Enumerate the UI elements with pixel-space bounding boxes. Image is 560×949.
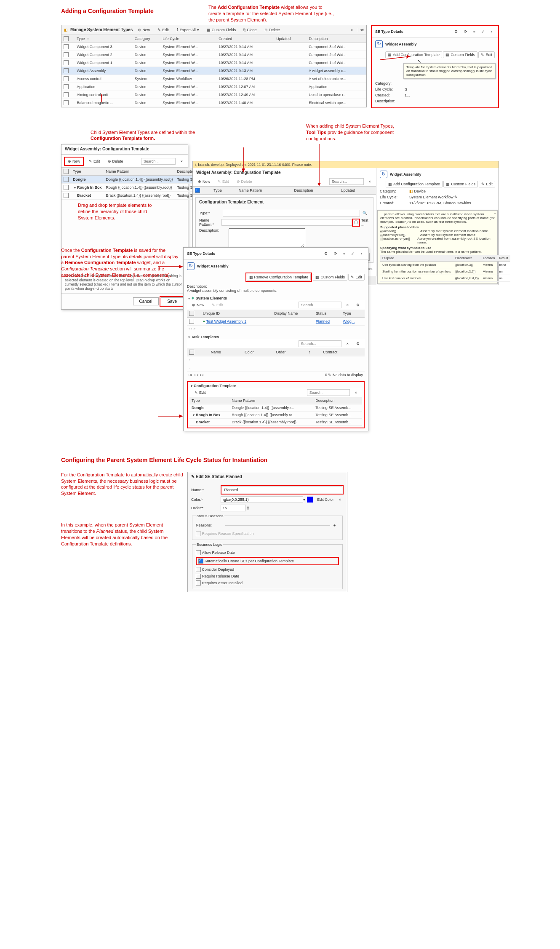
table-row[interactable]: Widget Component 2DeviceSystem Element W… — [61, 51, 366, 59]
auto-create-checkbox[interactable] — [198, 559, 203, 564]
se-icon: ↻ — [375, 40, 383, 48]
type-input[interactable] — [223, 210, 360, 217]
edit-button[interactable]: Edit — [192, 389, 208, 396]
close-icon[interactable]: × — [494, 211, 496, 215]
caption-saved: Once the Configuration Template is saved… — [61, 247, 179, 278]
search-input[interactable] — [141, 158, 176, 165]
table-row[interactable]: Balanced magnetic ...DeviceSystem Elemen… — [61, 99, 366, 107]
custom-fields-button[interactable]: Custom Fields — [204, 27, 239, 33]
add-reason-button[interactable]: ＋ — [330, 521, 339, 529]
search-input[interactable] — [329, 178, 364, 185]
table-row[interactable]: Widget Component 3DeviceSystem Element W… — [61, 43, 366, 51]
description-input[interactable] — [229, 228, 305, 248]
se-type-details-title: SE Type Details — [375, 29, 403, 34]
gear-icon[interactable] — [354, 340, 362, 347]
manage-title: Manage System Element Types — [70, 27, 133, 32]
right-icon[interactable] — [488, 28, 495, 35]
collapse-icon[interactable] — [341, 250, 348, 257]
edit-icon[interactable] — [454, 195, 458, 199]
new-button[interactable]: New — [195, 178, 213, 185]
delete-button[interactable]: Delete — [105, 158, 126, 165]
new-button[interactable]: New — [135, 27, 152, 33]
toggle-icon[interactable] — [187, 296, 191, 300]
toggle-icon[interactable] — [187, 335, 191, 339]
edit-button[interactable]: Edit — [155, 27, 171, 33]
remove-config-template-button[interactable]: Remove Configuration Template — [247, 274, 311, 281]
search-input[interactable] — [299, 302, 341, 308]
edit-button[interactable]: Edit — [478, 51, 495, 58]
table-row[interactable]: Widget Component 1DeviceSystem Element W… — [61, 59, 366, 67]
edit-status-title: Edit SE Status Planned — [196, 474, 242, 479]
table-row[interactable]: Access controlSystemSystem Workflow10/26… — [61, 75, 366, 83]
cancel-button[interactable]: Cancel — [133, 297, 159, 305]
edit-button[interactable]: Edit — [215, 178, 232, 185]
checkbox[interactable] — [196, 574, 201, 579]
checkbox[interactable] — [196, 567, 201, 572]
search-input[interactable] — [307, 389, 350, 396]
clear-icon[interactable]: × — [344, 302, 351, 308]
stepper-down[interactable]: ▼ — [247, 508, 249, 511]
search-input[interactable] — [299, 340, 341, 347]
clear-icon[interactable]: × — [336, 496, 344, 503]
caption-lc2: In this example, when the parent System … — [61, 522, 183, 547]
toggle-icon[interactable] — [189, 384, 194, 388]
checkbox[interactable] — [196, 580, 201, 585]
clear-icon[interactable]: × — [178, 158, 185, 165]
table-row[interactable]: DongleDongle {{location.1.4}} {{assembly… — [189, 404, 362, 411]
svg-marker-7 — [101, 94, 102, 97]
new-button[interactable]: New — [189, 302, 207, 308]
caption-tooltips: When adding child System Element Types, … — [306, 123, 399, 142]
add-config-template-button[interactable]: Add Configuration Template — [386, 181, 443, 187]
custom-fields-button[interactable]: Custom Fields — [313, 274, 347, 281]
save-button[interactable]: Save — [161, 297, 183, 305]
table-row[interactable]: Rough In BoxRough {{location.1.4}} {{ass… — [189, 411, 362, 418]
table-row[interactable]: Widget AssemblyDeviceSystem Element W...… — [61, 67, 366, 75]
gear-icon[interactable] — [322, 250, 330, 257]
delete-button[interactable]: Delete — [262, 27, 283, 33]
clear-icon[interactable]: × — [352, 389, 360, 396]
right-icon[interactable] — [358, 250, 365, 257]
edit-color-button[interactable]: Edit Color — [315, 496, 336, 503]
expand-icon[interactable] — [479, 28, 487, 35]
gear-icon[interactable] — [452, 28, 460, 35]
pager[interactable]: ⏮ ◀ ▶ ⏭ — [189, 373, 204, 377]
manage-table: Type ↑CategoryLife CycleCreatedUpdatedDe… — [61, 35, 366, 107]
name-pattern-input[interactable] — [221, 219, 352, 226]
table-row[interactable]: BracketBrack {{location.1.4}} {{assembly… — [189, 418, 362, 425]
custom-fields-button[interactable]: Custom Fields — [443, 181, 478, 187]
table-row[interactable]: ● Test Widget Assembly 1PlannedWidg... — [187, 317, 365, 325]
info-icon[interactable] — [354, 220, 358, 225]
collapse-icon[interactable]: ≪ — [358, 28, 364, 32]
refresh-icon[interactable] — [331, 250, 340, 257]
refresh-icon[interactable] — [461, 28, 470, 35]
status-name-input[interactable] — [222, 487, 342, 493]
add-config-tooltip: Template for system elements hierarchy, … — [403, 63, 496, 79]
more-button[interactable]: » — [348, 27, 355, 33]
edit-button[interactable]: Edit — [479, 181, 495, 187]
edit-button[interactable]: Edit — [86, 158, 103, 165]
table-row[interactable]: Aiming control unitDeviceSystem Element … — [61, 91, 366, 99]
collapse-icon[interactable] — [471, 28, 478, 35]
new-button[interactable]: New — [65, 158, 83, 165]
table-row[interactable]: ApplicationDeviceSystem Element W...10/2… — [61, 83, 366, 91]
checkbox — [196, 531, 201, 536]
select-all-checkbox[interactable] — [195, 188, 200, 193]
edit-button[interactable]: Edit — [209, 302, 226, 308]
clone-button[interactable]: Clone — [241, 27, 259, 33]
se-link[interactable]: Test Widget Assembly 1 — [206, 319, 247, 323]
search-icon[interactable] — [360, 210, 370, 217]
export-button[interactable]: Export All ▾ — [174, 27, 202, 33]
color-input[interactable] — [221, 496, 303, 503]
expand-icon[interactable] — [349, 250, 357, 257]
order-input[interactable] — [221, 505, 246, 511]
edit-button[interactable]: Edit — [348, 274, 365, 281]
clear-icon[interactable]: × — [366, 178, 373, 185]
delete-button[interactable]: Delete — [234, 178, 255, 185]
gear-icon[interactable] — [354, 302, 362, 308]
clear-icon[interactable]: × — [344, 340, 351, 347]
custom-fields-button[interactable]: Custom Fields — [443, 51, 477, 58]
checkbox[interactable] — [196, 550, 201, 555]
se-name: Widget Assembly — [385, 42, 417, 46]
svg-line-0 — [380, 56, 410, 60]
heading-add-config: Adding a Configuration Template — [61, 8, 204, 14]
